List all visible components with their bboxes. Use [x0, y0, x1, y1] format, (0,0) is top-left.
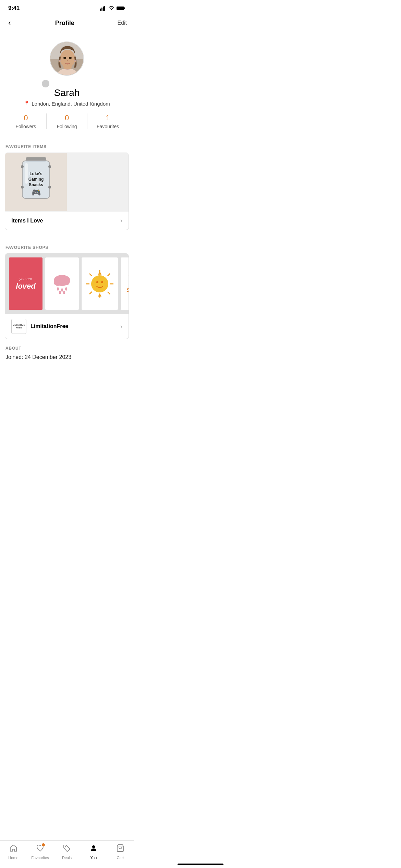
favourite-items-header: FAVOURITE ITEMS: [0, 137, 134, 153]
svg-line-38: [89, 274, 92, 276]
shop-chevron-icon: ›: [120, 323, 122, 330]
wifi-icon: [108, 6, 114, 11]
svg-text:Gaming: Gaming: [28, 177, 44, 182]
back-button[interactable]: ‹: [7, 17, 12, 29]
svg-line-41: [89, 292, 92, 294]
svg-text:Snacks: Snacks: [29, 182, 43, 187]
svg-point-33: [63, 291, 65, 294]
svg-point-21: [48, 186, 51, 189]
svg-point-27: [54, 279, 62, 286]
svg-point-11: [59, 60, 61, 62]
svg-rect-6: [124, 8, 125, 9]
svg-rect-3: [104, 6, 105, 11]
favourites-label: Favourites: [97, 124, 119, 129]
favourite-shops-card: you are loved: [5, 253, 129, 339]
items-chevron-icon: ›: [120, 217, 122, 224]
following-stat[interactable]: 0 Following: [47, 113, 87, 129]
svg-point-4: [111, 9, 112, 10]
svg-marker-43: [98, 293, 101, 297]
profile-name: Sarah: [54, 87, 80, 98]
shop-poster-sunshine: YOU AREMYSUNSHINE: [120, 257, 129, 310]
edit-button[interactable]: Edit: [117, 20, 127, 26]
status-time: 9:41: [8, 5, 20, 12]
svg-point-18: [21, 165, 24, 168]
signal-icon: [100, 6, 106, 11]
svg-point-20: [21, 186, 24, 189]
items-image-row: Luke's Gaming Snacks 🎮: [5, 153, 129, 211]
gaming-jar-image: Luke's Gaming Snacks 🎮: [5, 153, 67, 211]
items-link-row[interactable]: Items I Love ›: [5, 211, 129, 230]
joined-date: Joined: 24 December 2023: [5, 354, 128, 360]
shop-poster-cloud: [45, 257, 79, 310]
favourite-items-section: FAVOURITE ITEMS: [0, 137, 134, 230]
shops-link-row[interactable]: LIMITATIONFREE LimitationFree ›: [5, 314, 129, 339]
profile-section: Sarah 📍 London, England, United Kingdom …: [0, 33, 134, 137]
svg-text:🎮: 🎮: [32, 188, 41, 197]
svg-line-40: [108, 274, 110, 276]
followers-count: 0: [24, 113, 28, 122]
svg-rect-17: [25, 163, 28, 184]
svg-point-44: [91, 275, 108, 292]
shop-poster-sun: [81, 257, 118, 310]
status-bar: 9:41: [0, 0, 134, 14]
items-empty-slot: [67, 153, 129, 211]
svg-text:Luke's: Luke's: [29, 171, 42, 176]
favourite-shops-header: FAVOURITE SHOPS: [0, 238, 134, 253]
shops-image-scroll[interactable]: you are loved: [5, 254, 129, 314]
followers-stat[interactable]: 0 Followers: [5, 113, 46, 129]
gaming-jar-svg: Luke's Gaming Snacks 🎮: [14, 155, 58, 209]
favourite-shops-section: FAVOURITE SHOPS you are loved: [0, 238, 134, 339]
favourites-stat[interactable]: 1 Favourites: [87, 113, 128, 129]
svg-point-28: [63, 280, 70, 285]
svg-point-46: [101, 281, 103, 283]
svg-point-13: [63, 57, 66, 59]
favourites-count: 1: [106, 113, 110, 122]
svg-line-39: [108, 292, 110, 294]
svg-rect-1: [101, 8, 102, 11]
edit-avatar-dot[interactable]: [41, 79, 50, 88]
stats-row: 0 Followers 0 Following 1 Favourites: [5, 107, 128, 132]
profile-location: 📍 London, England, United Kingdom: [24, 100, 110, 107]
svg-point-29: [57, 287, 59, 291]
svg-point-32: [59, 291, 61, 294]
favourite-items-card: Luke's Gaming Snacks 🎮 Items I Love ›: [5, 153, 129, 230]
svg-point-19: [48, 165, 51, 168]
battery-icon: [117, 6, 125, 11]
svg-point-14: [69, 57, 72, 59]
svg-rect-2: [103, 7, 104, 11]
shop-poster-loved: you are loved: [9, 257, 43, 310]
svg-point-31: [65, 287, 67, 291]
status-icons: [100, 6, 125, 11]
svg-rect-5: [117, 7, 124, 10]
avatar[interactable]: [50, 41, 84, 76]
followers-label: Followers: [15, 124, 36, 129]
svg-point-30: [61, 288, 63, 292]
svg-rect-0: [100, 9, 101, 11]
page-title: Profile: [55, 20, 74, 27]
shop-logo: LIMITATIONFREE: [11, 319, 26, 334]
svg-point-45: [96, 281, 98, 283]
shop-name[interactable]: LimitationFree: [31, 323, 116, 329]
svg-point-12: [74, 60, 76, 62]
following-label: Following: [57, 124, 77, 129]
location-pin-icon: 📍: [24, 100, 30, 107]
nav-bar: ‹ Profile Edit: [0, 14, 134, 33]
avatar-image: [50, 42, 84, 76]
about-label: ABOUT: [5, 346, 128, 351]
items-love-link[interactable]: Items I Love: [11, 218, 43, 224]
svg-point-10: [60, 50, 75, 68]
following-count: 0: [65, 113, 69, 122]
svg-marker-42: [98, 271, 101, 275]
about-section: ABOUT Joined: 24 December 2023: [0, 339, 134, 367]
